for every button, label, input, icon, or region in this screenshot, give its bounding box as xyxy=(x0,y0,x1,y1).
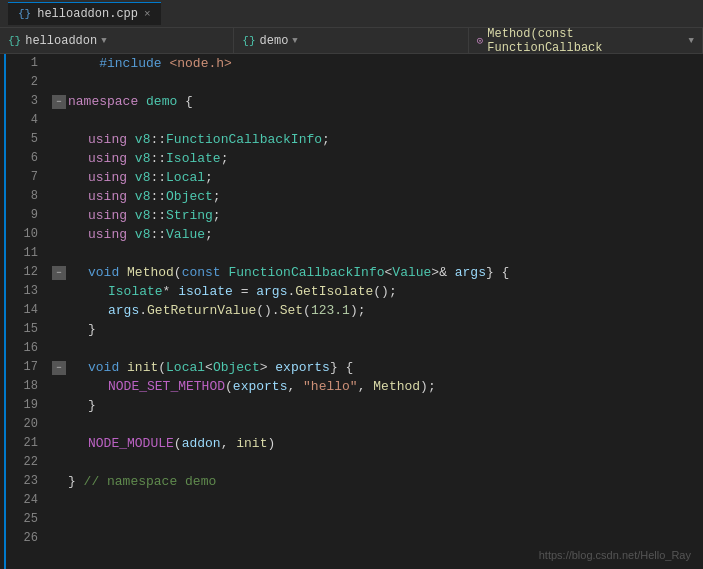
line-numbers: 1234567891011121314151617181920212223242… xyxy=(6,54,48,569)
line-number: 9 xyxy=(6,206,38,225)
line-number: 14 xyxy=(6,301,38,320)
line-number: 23 xyxy=(6,472,38,491)
code-line: } xyxy=(52,396,703,415)
line-number: 13 xyxy=(6,282,38,301)
code-line xyxy=(52,510,703,529)
code-line: #include <node.h> xyxy=(52,54,703,73)
file-nav-name: helloaddon xyxy=(25,34,97,48)
code-token: ; xyxy=(205,168,213,187)
code-line: using v8::Isolate; xyxy=(52,149,703,168)
code-token: "hello" xyxy=(303,377,358,396)
file-nav-segment[interactable]: {} helloaddon ▼ xyxy=(0,28,234,54)
line-number: 25 xyxy=(6,510,38,529)
tab-close-button[interactable]: × xyxy=(144,8,151,20)
code-line: args.GetReturnValue().Set(123.1); xyxy=(52,301,703,320)
line-number: 20 xyxy=(6,415,38,434)
method-nav-icon: ⊙ xyxy=(477,34,484,47)
code-line xyxy=(52,453,703,472)
code-line xyxy=(52,244,703,263)
line-number: 4 xyxy=(6,111,38,130)
code-line: NODE_SET_METHOD(exports, "hello", Method… xyxy=(52,377,703,396)
code-token: using xyxy=(88,187,127,206)
code-token: . xyxy=(139,301,147,320)
method-nav-segment[interactable]: ⊙ Method(const FunctionCallback ▼ xyxy=(469,28,703,54)
code-token xyxy=(127,206,135,225)
file-tab[interactable]: {} helloaddon.cpp × xyxy=(8,2,161,25)
code-token xyxy=(119,358,127,377)
line-number: 12 xyxy=(6,263,38,282)
code-line: } xyxy=(52,320,703,339)
code-token: exports xyxy=(275,358,330,377)
code-line: using v8::Value; xyxy=(52,225,703,244)
code-token: v8 xyxy=(135,206,151,225)
code-token xyxy=(127,225,135,244)
ns-nav-icon: {} xyxy=(242,35,255,47)
code-token xyxy=(68,54,99,73)
line-number: 17 xyxy=(6,358,38,377)
code-token: using xyxy=(88,149,127,168)
line-number: 6 xyxy=(6,149,38,168)
line-number: 1 xyxy=(6,54,38,73)
title-bar: {} helloaddon.cpp × xyxy=(0,0,703,28)
nav-bar: {} helloaddon ▼ {} demo ▼ ⊙ Method(const… xyxy=(0,28,703,54)
code-token: (); xyxy=(373,282,396,301)
code-token: ); xyxy=(350,301,366,320)
code-token: >& xyxy=(431,263,447,282)
fold-icon[interactable]: − xyxy=(52,95,66,109)
code-token xyxy=(127,130,135,149)
code-token: ); xyxy=(420,377,436,396)
code-token: Value xyxy=(166,225,205,244)
code-token: { xyxy=(177,92,193,111)
code-token: init xyxy=(236,434,267,453)
line-number: 3 xyxy=(6,92,38,111)
code-line: NODE_MODULE(addon, init) xyxy=(52,434,703,453)
code-token xyxy=(119,263,127,282)
file-nav-icon: {} xyxy=(8,35,21,47)
code-token: (). xyxy=(256,301,279,320)
code-token: String xyxy=(166,206,213,225)
line-number: 8 xyxy=(6,187,38,206)
code-token: , xyxy=(221,434,237,453)
code-token: Isolate xyxy=(108,282,163,301)
code-token xyxy=(138,92,146,111)
code-token: NODE_MODULE xyxy=(88,434,174,453)
code-line xyxy=(52,491,703,510)
code-token: addon xyxy=(182,434,221,453)
code-token: void xyxy=(88,358,119,377)
ns-nav-segment[interactable]: {} demo ▼ xyxy=(234,28,468,54)
code-line: −namespace demo { xyxy=(52,92,703,111)
code-token: args xyxy=(108,301,139,320)
code-token: Isolate xyxy=(166,149,221,168)
code-token: GetIsolate xyxy=(295,282,373,301)
line-number: 16 xyxy=(6,339,38,358)
code-line xyxy=(52,111,703,130)
code-area[interactable]: #include <node.h>−namespace demo {using … xyxy=(48,54,703,569)
code-token: Local xyxy=(166,168,205,187)
line-number: 22 xyxy=(6,453,38,472)
code-token: ( xyxy=(174,263,182,282)
method-nav-name: Method(const FunctionCallback xyxy=(487,27,684,55)
method-nav-arrow: ▼ xyxy=(689,36,694,46)
code-token xyxy=(221,263,229,282)
fold-icon[interactable]: − xyxy=(52,361,66,375)
code-token: :: xyxy=(150,149,166,168)
code-token: Object xyxy=(213,358,260,377)
code-token: :: xyxy=(150,225,166,244)
code-token: ; xyxy=(205,225,213,244)
code-token: const xyxy=(182,263,221,282)
code-token: // namespace demo xyxy=(84,472,217,491)
code-token: Local xyxy=(166,358,205,377)
code-token: } { xyxy=(486,263,509,282)
code-token: ( xyxy=(303,301,311,320)
code-token: <node.h> xyxy=(169,54,231,73)
code-token: demo xyxy=(146,92,177,111)
code-token: . xyxy=(287,282,295,301)
code-token: v8 xyxy=(135,130,151,149)
code-token: ; xyxy=(221,149,229,168)
ns-nav-name: demo xyxy=(260,34,289,48)
file-tab-icon: {} xyxy=(18,8,31,20)
code-token: :: xyxy=(150,187,166,206)
fold-icon[interactable]: − xyxy=(52,266,66,280)
code-token: } { xyxy=(330,358,353,377)
code-token: exports xyxy=(233,377,288,396)
